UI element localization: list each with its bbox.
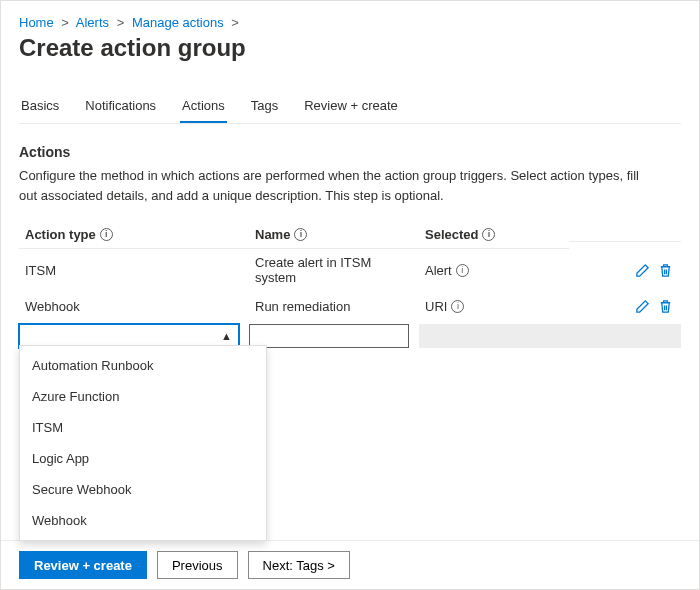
- edit-icon[interactable]: [635, 299, 650, 314]
- tab-notifications[interactable]: Notifications: [83, 92, 158, 123]
- next-tags-button[interactable]: Next: Tags >: [248, 551, 350, 579]
- cell-selected: URI i: [419, 291, 569, 321]
- action-name-input[interactable]: [249, 324, 409, 348]
- chevron-up-icon: ▲: [221, 330, 232, 342]
- dropdown-item[interactable]: ITSM: [20, 412, 266, 443]
- chevron-right-icon: >: [117, 15, 125, 30]
- dropdown-item[interactable]: Webhook: [20, 505, 266, 536]
- page-title: Create action group: [19, 34, 681, 62]
- dropdown-item[interactable]: Automation Runbook: [20, 350, 266, 381]
- cell-selected: Alert i: [419, 255, 569, 285]
- tab-review-create[interactable]: Review + create: [302, 92, 400, 123]
- chevron-right-icon: >: [61, 15, 69, 30]
- selected-placeholder: [419, 324, 681, 348]
- cell-action-type: Webhook: [19, 291, 249, 321]
- info-icon[interactable]: i: [294, 228, 307, 241]
- section-heading: Actions: [19, 144, 681, 160]
- footer: Review + create Previous Next: Tags >: [1, 540, 699, 589]
- breadcrumb-home[interactable]: Home: [19, 15, 54, 30]
- review-create-button[interactable]: Review + create: [19, 551, 147, 579]
- col-header-action-type: Action type i: [19, 221, 249, 249]
- col-header-actions: [569, 229, 681, 242]
- info-icon[interactable]: i: [100, 228, 113, 241]
- section-description: Configure the method in which actions ar…: [19, 166, 659, 205]
- tab-tags[interactable]: Tags: [249, 92, 280, 123]
- delete-icon[interactable]: [658, 299, 673, 314]
- breadcrumb-manage-actions[interactable]: Manage actions: [132, 15, 224, 30]
- dropdown-item[interactable]: Logic App: [20, 443, 266, 474]
- info-icon[interactable]: i: [451, 300, 464, 313]
- delete-icon[interactable]: [658, 263, 673, 278]
- dropdown-item[interactable]: Secure Webhook: [20, 474, 266, 505]
- info-icon[interactable]: i: [482, 228, 495, 241]
- action-type-dropdown: Automation Runbook Azure Function ITSM L…: [19, 345, 267, 541]
- cell-name: Create alert in ITSM system: [249, 249, 419, 291]
- cell-action-type: ITSM: [19, 255, 249, 285]
- col-header-name: Name i: [249, 221, 419, 249]
- dropdown-item[interactable]: Azure Function: [20, 381, 266, 412]
- info-icon[interactable]: i: [456, 264, 469, 277]
- previous-button[interactable]: Previous: [157, 551, 238, 579]
- tab-basics[interactable]: Basics: [19, 92, 61, 123]
- col-header-selected: Selected i: [419, 221, 569, 249]
- edit-icon[interactable]: [635, 263, 650, 278]
- breadcrumb-alerts[interactable]: Alerts: [76, 15, 109, 30]
- breadcrumb: Home > Alerts > Manage actions >: [19, 13, 681, 30]
- chevron-right-icon: >: [231, 15, 239, 30]
- tab-actions[interactable]: Actions: [180, 92, 227, 123]
- actions-table: Action type i Name i Selected i ITSM Cre…: [19, 221, 681, 351]
- tabs: Basics Notifications Actions Tags Review…: [19, 92, 681, 124]
- cell-name: Run remediation: [249, 291, 419, 321]
